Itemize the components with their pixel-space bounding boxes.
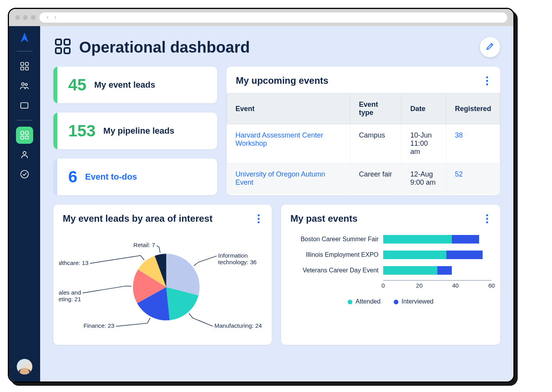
svg-rect-1: [25, 62, 28, 65]
sidebar-item-profile[interactable]: [16, 146, 33, 163]
divider: [17, 120, 32, 120]
pie-slice-label: Informationtechnology: 36: [218, 252, 257, 265]
pie-slice-label: Retail: 7: [133, 242, 155, 248]
panel-menu-button[interactable]: [483, 76, 491, 85]
kpi-event-todos[interactable]: 6 Event to-dos: [53, 159, 217, 195]
dots-vertical-icon: [486, 76, 488, 78]
table-row: Harvard Assessment Center WorkshopCampus…: [227, 124, 500, 163]
event-type: Career fair: [350, 163, 402, 194]
axis-tick: 40: [452, 282, 459, 289]
legend-swatch-interviewed: [394, 300, 398, 304]
window-minimize-icon[interactable]: [23, 15, 28, 20]
pencil-icon: [485, 42, 495, 53]
legend-label: Interviewed: [402, 298, 433, 305]
svg-rect-2: [21, 67, 24, 70]
bar-segment: [383, 235, 452, 244]
panel-title: My upcoming events: [236, 75, 483, 86]
window-controls: [15, 15, 35, 20]
kpi-accent-bar: [53, 67, 57, 103]
bar-segment: [383, 266, 437, 275]
svg-point-11: [21, 170, 28, 178]
col-date: Date: [402, 94, 446, 124]
svg-rect-13: [64, 39, 70, 45]
user-avatar[interactable]: [17, 359, 32, 374]
kpi-value: 153: [68, 122, 96, 140]
main: Operational dashboard 45 My event leads: [40, 26, 513, 381]
kpi-accent-bar: [53, 159, 57, 195]
panel-past-events: My past events Boston Career Summer Fair…: [281, 205, 500, 345]
sidebar-item-dashboards[interactable]: [16, 58, 33, 75]
browser-toolbar: [9, 9, 513, 26]
bar-segment: [437, 266, 452, 275]
axis-tick: 60: [488, 282, 495, 289]
address-bar[interactable]: [39, 12, 507, 23]
bar-row: Illinois Employment EXPO: [290, 249, 492, 261]
sidebar: [9, 26, 40, 381]
kpi-value: 6: [68, 168, 77, 186]
dashboard-icon: [53, 37, 72, 57]
axis-tick: 20: [416, 282, 423, 289]
kpi-event-leads[interactable]: 45 My event leads: [53, 67, 217, 103]
event-registered[interactable]: 38: [446, 124, 500, 163]
event-date: 12-Aug9:00 am: [402, 163, 446, 194]
panel-upcoming-events: My upcoming events Event Event type Date…: [226, 67, 500, 195]
pie-slice-label: Healthcare: 13: [59, 260, 88, 266]
bar-legend: Attended Interviewed: [281, 295, 500, 311]
svg-rect-12: [56, 39, 61, 45]
svg-rect-6: [21, 131, 24, 134]
col-event: Event: [227, 94, 350, 124]
event-name-link[interactable]: Harvard Assessment Center Workshop: [227, 124, 350, 163]
svg-rect-0: [21, 62, 24, 65]
svg-rect-3: [25, 67, 28, 70]
svg-point-5: [25, 83, 27, 85]
page-title: Operational dashboard: [79, 39, 473, 56]
event-registered[interactable]: 52: [446, 163, 500, 194]
panel-menu-button[interactable]: [255, 214, 262, 223]
sidebar-item-operational-dashboard[interactable]: [16, 127, 33, 144]
col-event-type: Event type: [350, 94, 402, 124]
event-date: 10-Jun11:00 am: [402, 124, 446, 163]
app-logo-icon: [18, 31, 32, 45]
svg-point-10: [23, 152, 26, 155]
kpi-pipeline-leads[interactable]: 153 My pipeline leads: [53, 113, 217, 149]
sidebar-item-files[interactable]: [16, 97, 33, 114]
svg-rect-8: [21, 136, 24, 139]
bar-row: Boston Career Summer Fair: [290, 233, 492, 245]
sidebar-item-people[interactable]: [16, 77, 33, 94]
legend-label: Attended: [356, 298, 380, 305]
pie-slice-label: Finance: 23: [83, 322, 114, 329]
event-type: Campus: [350, 124, 402, 163]
svg-rect-15: [64, 48, 70, 53]
sidebar-item-tasks[interactable]: [16, 166, 33, 183]
bar-category-label: Illinois Employment EXPO: [290, 251, 383, 258]
window-close-icon[interactable]: [15, 15, 20, 20]
bar-category-label: Veterans Career Day Event: [290, 267, 383, 274]
panel-title: My past events: [290, 213, 483, 224]
bar-segment: [383, 251, 446, 259]
svg-point-4: [21, 83, 24, 85]
table-row: University of Oregon Autumn EventCareer …: [227, 163, 500, 194]
window-maximize-icon[interactable]: [31, 15, 35, 20]
edit-button[interactable]: [480, 37, 500, 57]
svg-rect-9: [25, 136, 28, 139]
panel-leads-by-interest: My event leads by area of interest Infor…: [53, 205, 272, 345]
bar-category-label: Boston Career Summer Fair: [290, 236, 383, 243]
kpi-value: 45: [68, 76, 87, 94]
bar-segment: [446, 251, 483, 259]
kpi-accent-bar: [53, 113, 57, 149]
legend-swatch-attended: [348, 300, 352, 304]
pie-chart: Informationtechnology: 36Manufacturing: …: [59, 233, 266, 338]
pie-slice-label: Sales andmarketing: 21: [59, 289, 81, 302]
panel-menu-button[interactable]: [483, 214, 491, 223]
svg-rect-7: [25, 131, 28, 134]
panel-title: My event leads by area of interest: [63, 213, 255, 224]
kpi-label: My event leads: [94, 80, 156, 90]
divider: [17, 51, 32, 51]
event-name-link[interactable]: University of Oregon Autumn Event: [227, 163, 350, 194]
bar-row: Veterans Career Day Event: [290, 265, 492, 276]
svg-rect-14: [56, 48, 61, 53]
upcoming-events-table: Event Event type Date Registered Harvard…: [226, 93, 500, 194]
col-registered: Registered: [446, 94, 500, 124]
pie-slice-label: Manufacturing: 24: [214, 322, 262, 329]
bar-segment: [452, 235, 479, 244]
